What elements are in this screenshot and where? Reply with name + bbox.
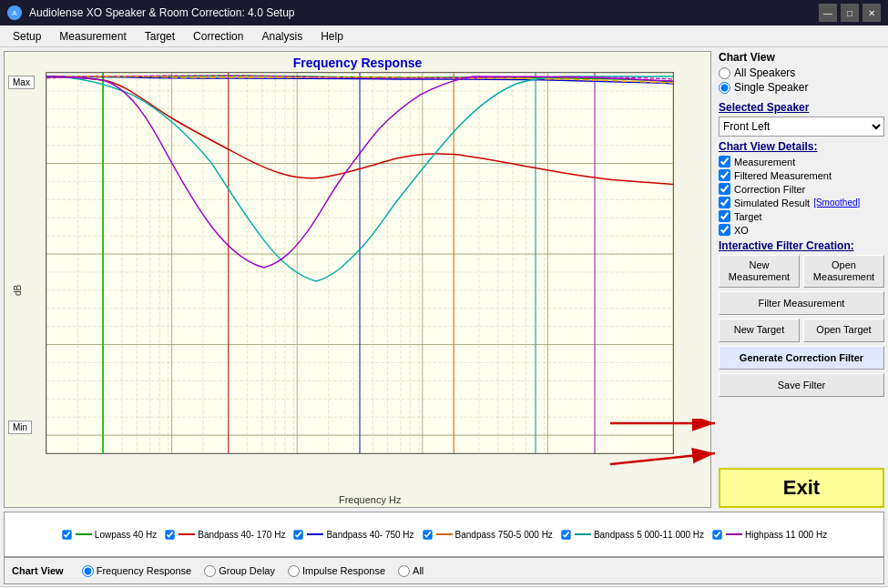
legend-bandpass4-cb[interactable] [561,530,570,539]
legend-bandpass3-line [436,533,453,535]
generate-correction-filter-button[interactable]: Generate Correction Filter [719,346,884,370]
maximize-button[interactable]: □ [841,4,859,22]
legend-lowpass-cb[interactable] [62,530,71,539]
min-button[interactable]: Min [8,421,32,434]
app-icon: A [7,5,22,20]
cb-xo[interactable]: XO [719,224,884,236]
legend-bandpass1-line [179,533,195,535]
open-target-button[interactable]: Open Target [803,319,884,342]
cb-simulated-input[interactable] [719,197,730,208]
radio-freq-response-label: Frequency Response [97,565,192,576]
legend-bandpass3-cb[interactable] [423,530,432,539]
cb-filtered[interactable]: Filtered Measurement [719,169,884,181]
cb-filtered-input[interactable] [719,169,730,181]
close-button[interactable]: ✕ [862,4,881,22]
chart-title: Frequency Response [5,52,710,72]
cb-measurement-label: Measurement [734,157,795,167]
right-panel: Chart View All Speakers Single Speaker S… [715,47,888,512]
chart-view-radio-group: Frequency Response Group Delay Impulse R… [82,565,424,577]
selected-speaker-group: Selected Speaker Front Left Front Right … [719,101,884,137]
window-controls: — □ ✕ [819,4,881,22]
cb-correction[interactable]: Correction Filter [719,183,884,195]
cb-target-label: Target [734,211,762,222]
cb-measurement-input[interactable] [719,156,730,167]
open-measurement-button[interactable]: OpenMeasurement [803,255,884,288]
legend-bandpass3-label: Bandpass 750-5 000 Hz [455,530,553,540]
radio-all-speakers-label: All Speakers [734,66,795,79]
chart-details-group: Chart View Details: Measurement Filtered… [719,140,884,236]
legend-highpass-cb[interactable] [712,530,721,539]
window-title: Audiolense XO Speaker & Room Correction:… [29,6,295,19]
cb-xo-label: XO [734,225,749,236]
radio-single-speaker-label: Single Speaker [734,81,808,94]
filter-creation-group: Interactive Filter Creation: NewMeasurem… [719,239,884,399]
menu-setup[interactable]: Setup [4,25,50,46]
radio-all-input[interactable] [398,565,410,577]
menu-correction[interactable]: Correction [184,25,252,46]
legend-bandpass3: Bandpass 750-5 000 Hz [422,529,553,541]
radio-freq-response-input[interactable] [82,565,94,577]
filter-creation-label: Interactive Filter Creation: [719,239,884,252]
radio-freq-response[interactable]: Frequency Response [82,565,192,577]
radio-all[interactable]: All [398,565,424,577]
legend-bandpass2-cb[interactable] [294,530,303,539]
legend-bandpass2-label: Bandpass 40- 750 Hz [326,530,413,540]
radio-all-speakers[interactable]: All Speakers [719,66,884,79]
radio-group-delay-input[interactable] [204,565,216,577]
legend-bandpass1-cb[interactable] [166,530,175,539]
speaker-dropdown[interactable]: Front Left Front Right Center Sub Surrou… [719,117,884,137]
x-axis-label: Frequency Hz [339,494,401,505]
menu-target[interactable]: Target [136,25,184,46]
y-axis-label: dB [13,285,23,296]
cb-correction-input[interactable] [719,183,730,195]
menu-help[interactable]: Help [311,25,352,46]
legend-bandpass1: Bandpass 40- 170 Hz [164,529,285,541]
legend-area: Lowpass 40 Hz Bandpass 40- 170 Hz Bandpa… [4,512,884,557]
legend-highpass: Highpass 11 000 Hz [711,529,827,541]
radio-group-delay-label: Group Delay [219,565,275,576]
radio-all-speakers-input[interactable] [719,67,730,79]
legend-highpass-label: Highpass 11 000 Hz [745,530,827,540]
legend-bandpass4-line [575,533,591,535]
filter-measurement-button[interactable]: Filter Measurement [719,291,884,315]
exit-button[interactable]: Exit [719,468,884,508]
legend-bandpass2-line [307,533,323,535]
legend-bandpass2: Bandpass 40- 750 Hz [292,529,413,541]
cb-correction-label: Correction Filter [734,184,805,195]
legend-bandpass4: Bandpass 5 000-11 000 Hz [560,529,704,541]
legend-bandpass1-label: Bandpass 40- 170 Hz [198,530,285,540]
cb-target[interactable]: Target [719,210,884,222]
cb-simulated[interactable]: Simulated Result [Smoothed] [719,197,884,208]
radio-single-speaker[interactable]: Single Speaker [719,81,884,94]
new-target-button[interactable]: New Target [719,319,800,342]
chart-area: 0 -10 -20 -30 -40 -50 -60 -70 -80 -90 -1… [46,72,674,454]
radio-impulse-response[interactable]: Impulse Response [288,565,385,577]
legend-lowpass: Lowpass 40 Hz [61,529,157,541]
bottom-chart-view: Chart View Frequency Response Group Dela… [4,557,884,584]
cb-measurement[interactable]: Measurement [719,156,884,167]
radio-all-label: All [413,565,424,576]
chart-view-bottom-label: Chart View [12,565,64,576]
smoothed-link[interactable]: [Smoothed] [813,198,860,208]
menu-measurement[interactable]: Measurement [50,25,135,46]
radio-single-speaker-input[interactable] [719,82,730,94]
cb-xo-input[interactable] [719,224,730,236]
radio-impulse-response-label: Impulse Response [302,565,385,576]
radio-impulse-response-input[interactable] [288,565,300,577]
minimize-button[interactable]: — [819,4,837,22]
save-filter-button[interactable]: Save Filter [719,373,884,397]
legend-highpass-line [726,533,742,535]
legend-bandpass4-label: Bandpass 5 000-11 000 Hz [594,530,704,540]
radio-group-delay[interactable]: Group Delay [204,565,275,577]
new-measurement-button[interactable]: NewMeasurement [719,255,800,288]
max-button[interactable]: Max [8,76,35,89]
chart-view-group: Chart View All Speakers Single Speaker [719,51,884,97]
chart-view-label: Chart View [719,51,884,64]
selected-speaker-label: Selected Speaker [719,101,884,114]
cb-target-input[interactable] [719,210,730,222]
chart-details-label: Chart View Details: [719,140,884,153]
cb-simulated-label: Simulated Result [734,198,810,208]
chart-panel: Frequency Response Max dB [4,51,711,508]
cb-filtered-label: Filtered Measurement [734,170,832,181]
menu-analysis[interactable]: Analysis [252,25,311,46]
